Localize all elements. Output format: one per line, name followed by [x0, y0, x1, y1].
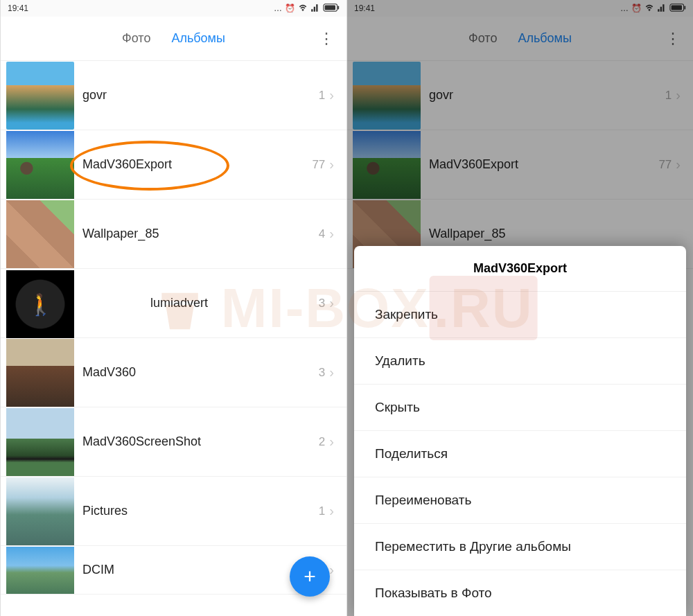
svg-rect-2	[325, 5, 335, 10]
album-row[interactable]: Pictures 1 ›	[1, 477, 346, 546]
add-album-fab[interactable]: +	[290, 556, 330, 597]
chevron-right-icon: ›	[329, 364, 334, 380]
album-thumbnail	[6, 547, 74, 594]
album-thumbnail	[6, 477, 74, 545]
tab-albums[interactable]: Альбомы	[171, 28, 225, 49]
album-count: 2	[319, 435, 325, 449]
chevron-right-icon: ›	[329, 226, 334, 242]
album-name: MadV360Export	[82, 157, 312, 172]
chevron-right-icon: ›	[329, 503, 334, 519]
menu-delete[interactable]: Удалить	[354, 338, 686, 385]
menu-show-in-photos[interactable]: Показывать в Фото	[354, 570, 686, 616]
sheet-title: MadV360Export	[354, 246, 686, 292]
phone-left: 19:41 … ⏰ Фото Альбомы ⋮ govr 1	[0, 0, 346, 616]
album-name: lumiadvert	[150, 296, 319, 310]
status-bar: 19:41 … ⏰	[1, 0, 346, 17]
album-row[interactable]: Wallpaper_85 4 ›	[1, 200, 346, 269]
albums-list: govr 1 › MadV360Export 77 › Wallpaper_85…	[1, 61, 346, 616]
chevron-right-icon: ›	[329, 157, 334, 173]
alarm-icon: ⏰	[285, 3, 295, 13]
album-count: 1	[319, 89, 325, 103]
gallery-header: Фото Альбомы ⋮	[1, 17, 346, 61]
album-row[interactable]: MadV360ScreenShot 2 ›	[1, 407, 346, 477]
menu-hide[interactable]: Скрыть	[354, 385, 686, 431]
album-count: 3	[319, 366, 325, 380]
status-time: 19:41	[8, 3, 28, 13]
plus-icon: +	[304, 565, 316, 588]
album-name: MadV360ScreenShot	[82, 434, 319, 449]
chevron-right-icon: ›	[329, 562, 334, 578]
context-menu-sheet: MadV360Export Закрепить Удалить Скрыть П…	[354, 246, 686, 616]
phone-right: 19:41 … ⏰ Фото Альбомы ⋮ govr 1	[346, 0, 693, 616]
album-thumbnail	[6, 270, 74, 338]
tab-photos[interactable]: Фото	[122, 28, 150, 49]
album-row[interactable]: lumiadvert 3 ›	[1, 269, 346, 338]
chevron-right-icon: ›	[329, 87, 334, 103]
album-name: govr	[82, 88, 319, 103]
album-count: 3	[319, 297, 325, 310]
signal-icon	[310, 3, 320, 15]
album-thumbnail	[6, 339, 74, 407]
battery-icon	[323, 3, 340, 14]
album-row[interactable]: govr 1 ›	[1, 61, 346, 130]
wifi-icon	[298, 3, 308, 15]
album-thumbnail	[6, 131, 74, 199]
album-name: MadV360	[82, 365, 319, 380]
album-thumbnail	[6, 62, 74, 130]
dots-icon: …	[274, 3, 282, 13]
album-count: 4	[319, 227, 325, 241]
menu-share[interactable]: Поделиться	[354, 431, 686, 477]
album-thumbnail	[6, 408, 74, 476]
album-thumbnail	[6, 200, 74, 268]
menu-move[interactable]: Переместить в Другие альбомы	[354, 524, 686, 570]
chevron-right-icon: ›	[329, 295, 334, 311]
overflow-menu-icon[interactable]: ⋮	[319, 30, 334, 48]
menu-rename[interactable]: Переименовать	[354, 477, 686, 524]
menu-pin[interactable]: Закрепить	[354, 292, 686, 338]
album-row[interactable]: MadV360Export 77 ›	[1, 130, 346, 200]
album-name: Wallpaper_85	[82, 227, 319, 241]
album-count: 77	[312, 158, 325, 172]
album-name: DCIM	[82, 563, 325, 577]
album-row[interactable]: MadV360 3 ›	[1, 338, 346, 407]
chevron-right-icon: ›	[329, 434, 334, 450]
svg-rect-1	[337, 6, 339, 9]
album-count: 1	[319, 504, 325, 518]
album-name: Pictures	[82, 504, 319, 518]
status-icons: … ⏰	[274, 3, 340, 15]
